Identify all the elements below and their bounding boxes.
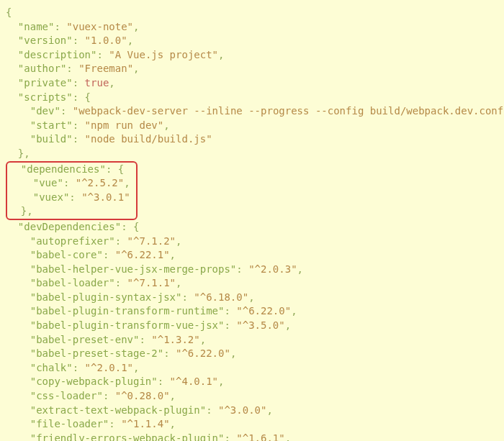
- highlight-box: "dependencies": { "vue": "^2.5.2", "vuex…: [6, 161, 138, 220]
- devdeps-list: "autoprefixer": "^7.1.2", "babel-core": …: [6, 235, 315, 442]
- json-block: { "name": "vuex-note", "version": "1.0.0…: [6, 6, 498, 441]
